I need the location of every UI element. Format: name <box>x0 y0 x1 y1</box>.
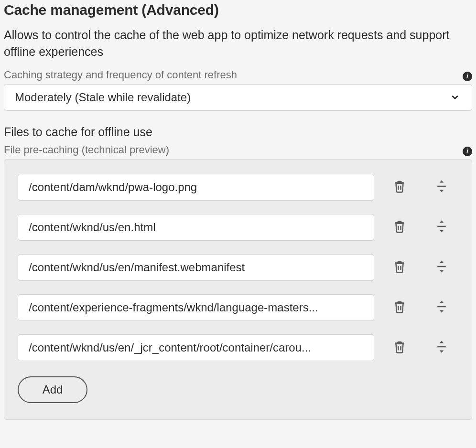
file-path-input[interactable]: /content/experience-fragments/wknd/langu… <box>18 294 374 321</box>
trash-icon <box>392 340 407 356</box>
section-title: Cache management (Advanced) <box>4 2 472 18</box>
trash-icon <box>392 219 407 235</box>
files-sublabel: File pre-caching (technical preview) <box>4 144 169 156</box>
delete-button[interactable] <box>383 334 416 361</box>
file-row: /content/wknd/us/en/_jcr_content/root/co… <box>18 334 458 361</box>
reorder-icon <box>434 340 449 356</box>
reorder-icon <box>434 299 449 316</box>
delete-button[interactable] <box>383 174 416 201</box>
add-button[interactable]: Add <box>18 376 87 403</box>
file-row: /content/wknd/us/en.html <box>18 214 458 241</box>
files-heading: Files to cache for offline use <box>4 125 472 139</box>
strategy-select[interactable]: Moderately (Stale while revalidate) <box>4 84 472 111</box>
info-icon[interactable]: i <box>463 147 472 156</box>
files-panel: /content/dam/wknd/pwa-logo.png /content/… <box>4 159 472 420</box>
file-path-input[interactable]: /content/dam/wknd/pwa-logo.png <box>18 174 374 201</box>
cache-management-section: Cache management (Advanced) Allows to co… <box>4 2 472 420</box>
strategy-label-row: Caching strategy and frequency of conten… <box>4 69 472 81</box>
reorder-button[interactable] <box>425 174 458 201</box>
reorder-button[interactable] <box>425 214 458 241</box>
reorder-icon <box>434 219 449 235</box>
file-row: /content/wknd/us/en/manifest.webmanifest <box>18 254 458 281</box>
delete-button[interactable] <box>383 254 416 281</box>
delete-button[interactable] <box>383 214 416 241</box>
files-sublabel-row: File pre-caching (technical preview) i <box>4 144 472 156</box>
trash-icon <box>392 259 407 276</box>
file-row: /content/experience-fragments/wknd/langu… <box>18 294 458 321</box>
strategy-label: Caching strategy and frequency of conten… <box>4 69 237 81</box>
section-description: Allows to control the cache of the web a… <box>4 27 472 60</box>
reorder-button[interactable] <box>425 294 458 321</box>
reorder-button[interactable] <box>425 334 458 361</box>
file-path-input[interactable]: /content/wknd/us/en/_jcr_content/root/co… <box>18 334 374 361</box>
trash-icon <box>392 179 407 195</box>
file-path-input[interactable]: /content/wknd/us/en.html <box>18 214 374 241</box>
file-row: /content/dam/wknd/pwa-logo.png <box>18 174 458 201</box>
reorder-icon <box>434 259 449 276</box>
file-path-input[interactable]: /content/wknd/us/en/manifest.webmanifest <box>18 254 374 281</box>
trash-icon <box>392 299 407 316</box>
strategy-selected-value: Moderately (Stale while revalidate) <box>15 91 191 104</box>
reorder-icon <box>434 179 449 195</box>
info-icon[interactable]: i <box>463 72 472 81</box>
delete-button[interactable] <box>383 294 416 321</box>
strategy-select-wrapper: Moderately (Stale while revalidate) <box>4 84 472 111</box>
reorder-button[interactable] <box>425 254 458 281</box>
